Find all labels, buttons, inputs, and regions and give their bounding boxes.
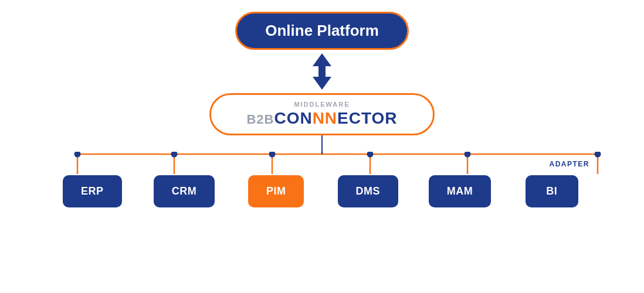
middleware-node: MIDDLEWARE B2B CONNNECTOR	[209, 93, 434, 135]
svg-point-14	[465, 152, 471, 158]
bi-node: BI	[526, 175, 578, 207]
middleware-label: MIDDLEWARE	[294, 101, 350, 108]
brand-prefix: B2B	[246, 112, 274, 127]
pim-node: PIM	[248, 175, 304, 207]
bottom-section: ERP CRM PIM DMS	[29, 135, 615, 207]
node-col-erp: ERP	[46, 175, 138, 207]
online-platform-label: Online Platform	[265, 22, 379, 40]
erp-node: ERP	[63, 175, 122, 207]
svg-point-11	[171, 152, 178, 158]
node-col-crm: CRM	[138, 175, 231, 207]
crm-node: CRM	[154, 175, 215, 207]
svg-point-15	[595, 152, 601, 158]
node-col-pim: PIM	[230, 175, 322, 207]
vertical-connector-line	[321, 135, 323, 152]
dms-node: DMS	[338, 175, 399, 207]
b2b-connector-brand: B2B CONNNECTOR	[246, 109, 397, 128]
mam-node: MAM	[429, 175, 492, 207]
node-col-dms: DMS	[322, 175, 414, 207]
node-col-bi: ADAPTER BI	[506, 175, 598, 207]
diagram-container: Online Platform MIDDLEWARE B2B CONNNECTO…	[29, 12, 615, 281]
svg-marker-1	[313, 66, 331, 90]
online-platform-node: Online Platform	[235, 12, 409, 50]
adapter-label: ADAPTER	[550, 160, 590, 168]
node-col-mam: MAM	[414, 175, 506, 207]
svg-point-12	[269, 152, 276, 158]
svg-point-10	[74, 152, 81, 158]
double-arrow-icon	[307, 51, 337, 92]
arrow-area	[307, 51, 337, 92]
nodes-row: ERP CRM PIM DMS	[29, 175, 615, 207]
svg-point-13	[367, 152, 374, 158]
brand-connector: CONNNECTOR	[274, 109, 397, 128]
horizontal-connector-svg	[29, 152, 615, 175]
